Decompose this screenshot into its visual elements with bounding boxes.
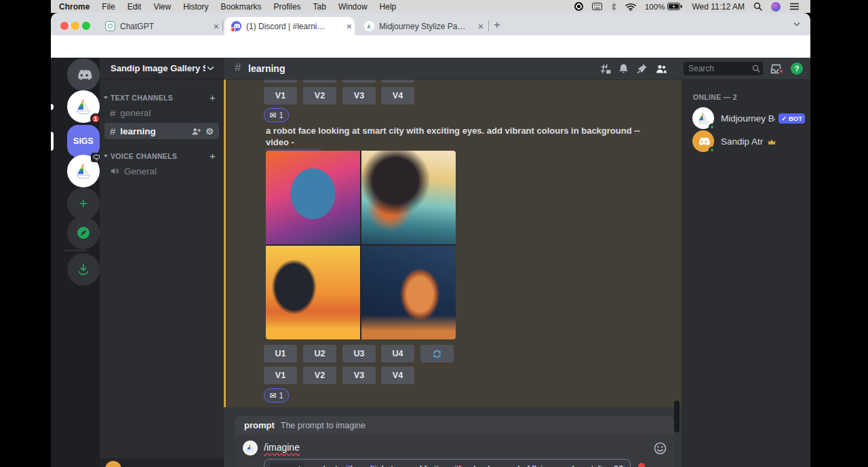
download-apps-button[interactable] xyxy=(67,253,100,286)
screen-record-icon[interactable] xyxy=(574,2,583,11)
menu-item-edit[interactable]: Edit xyxy=(127,2,142,12)
voice-channel-general[interactable]: General xyxy=(104,163,219,179)
create-channel-icon[interactable]: + xyxy=(210,150,216,162)
siri-icon[interactable] xyxy=(771,2,781,12)
menu-item-view[interactable]: View xyxy=(153,2,171,12)
tab-chatgpt[interactable]: ChatGPT × xyxy=(98,17,222,35)
home-button[interactable] xyxy=(67,58,100,91)
server-midjourney-2[interactable] xyxy=(67,155,100,187)
u3-button[interactable]: U3 xyxy=(342,345,376,362)
command-hint-popup[interactable]: prompt The prompt to imagine xyxy=(235,416,674,434)
server-rail: 1 SIGS + xyxy=(51,58,100,467)
u1-button[interactable]: U1 xyxy=(264,345,297,362)
keyboard-icon[interactable] xyxy=(592,3,602,10)
members-icon[interactable] xyxy=(656,63,667,75)
menu-item-tab[interactable]: Tab xyxy=(313,2,326,12)
mention-highlighted-message: V1 V2 V3 V4 ✉ 1 a robot face looking at … xyxy=(224,79,682,407)
v4-button[interactable]: V4 xyxy=(381,367,414,384)
generated-image-2[interactable] xyxy=(361,151,456,244)
menu-item-profiles[interactable]: Profiles xyxy=(274,2,301,12)
v2-button[interactable]: V2 xyxy=(303,367,336,384)
wifi-icon[interactable] xyxy=(625,3,636,11)
notifications-bell-icon[interactable] xyxy=(618,63,629,75)
window-close-button[interactable] xyxy=(60,22,68,30)
prompt-option-input[interactable]: prompt a plant with multiple types of fr… xyxy=(264,459,631,467)
tab-close-icon[interactable]: × xyxy=(475,21,486,32)
notification-dot xyxy=(231,27,235,32)
user-panel xyxy=(100,458,224,467)
voice-channels-section[interactable]: VOICE CHANNELS + xyxy=(104,150,220,162)
user-avatar[interactable] xyxy=(105,461,121,467)
pin-icon[interactable] xyxy=(636,63,648,75)
spotlight-search-icon[interactable] xyxy=(753,2,762,11)
menu-item-history[interactable]: History xyxy=(183,2,208,12)
bluetooth-icon[interactable] xyxy=(611,3,616,11)
tab-strip-chevron-icon[interactable] xyxy=(793,22,800,26)
v4-button[interactable]: V4 xyxy=(381,87,414,105)
menu-clock[interactable]: Wed 11:12 AM xyxy=(692,2,745,12)
menu-app-name[interactable]: Chrome xyxy=(59,2,90,12)
menu-item-file[interactable]: File xyxy=(102,2,115,12)
option-value: a plant with multiple types of fruits, w… xyxy=(311,463,625,467)
v3-button[interactable]: V3 xyxy=(342,367,376,384)
tab-title: ChatGPT xyxy=(120,22,154,31)
tab-discord-active[interactable]: (1) Discord | #learning | Sandip × xyxy=(224,17,355,35)
create-channel-icon[interactable]: + xyxy=(210,92,216,103)
server-name: Sandip Image Gallery Se... xyxy=(111,63,205,73)
menu-item-window[interactable]: Window xyxy=(338,2,368,12)
option-label: prompt xyxy=(270,463,304,467)
discord-logo-icon xyxy=(75,69,92,81)
hash-icon: # xyxy=(110,107,115,119)
server-initials: SIGS xyxy=(73,136,94,146)
new-tab-button[interactable]: + xyxy=(494,18,500,32)
midjourney-image-grid[interactable] xyxy=(266,151,456,339)
u4-button[interactable]: U4 xyxy=(381,345,414,362)
channel-settings-gear-icon[interactable]: ⚙ xyxy=(205,126,214,136)
v1-button[interactable]: V1 xyxy=(264,367,297,384)
envelope-reaction[interactable]: ✉ 1 xyxy=(264,388,289,403)
invite-people-icon[interactable] xyxy=(191,127,201,136)
generated-image-1[interactable] xyxy=(266,151,360,244)
generated-image-3[interactable] xyxy=(266,246,360,339)
v1-button[interactable]: V1 xyxy=(264,87,297,105)
window-zoom-button[interactable] xyxy=(82,22,90,30)
menu-item-help[interactable]: Help xyxy=(380,2,397,12)
chat-scrollbar-thumb[interactable] xyxy=(674,400,679,432)
discord-app: 1 SIGS + xyxy=(51,58,810,467)
text-channels-section[interactable]: TEXT CHANNELS + xyxy=(104,92,220,103)
hint-option-name: prompt xyxy=(244,420,275,430)
envelope-icon: ✉ xyxy=(269,111,276,120)
v3-button[interactable]: V3 xyxy=(342,87,376,105)
channel-general[interactable]: # general xyxy=(104,105,219,121)
rerun-button[interactable] xyxy=(420,345,454,362)
reaction-count: 1 xyxy=(279,111,283,120)
envelope-reaction[interactable]: ✉ 1 xyxy=(264,108,289,122)
server-midjourney[interactable]: 1 xyxy=(67,90,100,123)
owner-crown-icon xyxy=(767,138,776,145)
channel-learning[interactable]: # learning ⚙ xyxy=(104,123,219,139)
tab-close-icon[interactable]: × xyxy=(211,21,222,32)
explore-servers-button[interactable] xyxy=(67,217,100,249)
slash-command-text[interactable]: /imagine xyxy=(264,442,300,453)
u2-button[interactable]: U2 xyxy=(303,345,336,362)
message-composer[interactable]: /imagine prompt a plant with multiple ty… xyxy=(235,434,674,467)
emoji-picker-icon[interactable] xyxy=(654,442,667,455)
add-server-button[interactable]: + xyxy=(67,187,100,220)
help-icon[interactable]: ? xyxy=(791,62,803,75)
hint-option-desc: The prompt to imagine xyxy=(281,421,366,430)
server-header[interactable]: Sandip Image Gallery Se... xyxy=(100,58,224,79)
tab-midjourney[interactable]: Midjourney Stylize Parameter × xyxy=(357,17,486,35)
member-sandip-atr[interactable]: Sandip Atr xyxy=(687,127,805,155)
search-input[interactable] xyxy=(684,62,763,75)
tab-close-icon[interactable]: × xyxy=(344,21,355,32)
v2-button[interactable]: V2 xyxy=(303,87,336,105)
rail-divider xyxy=(64,250,86,251)
control-center-icon[interactable] xyxy=(789,3,800,10)
generated-image-4[interactable] xyxy=(361,246,456,339)
reaction-count: 1 xyxy=(279,391,283,400)
threads-icon[interactable] xyxy=(599,63,611,75)
selected-pill xyxy=(51,132,54,151)
menu-item-bookmarks[interactable]: Bookmarks xyxy=(221,2,262,12)
window-minimize-button[interactable] xyxy=(71,22,79,30)
chevron-down-icon xyxy=(207,66,214,71)
